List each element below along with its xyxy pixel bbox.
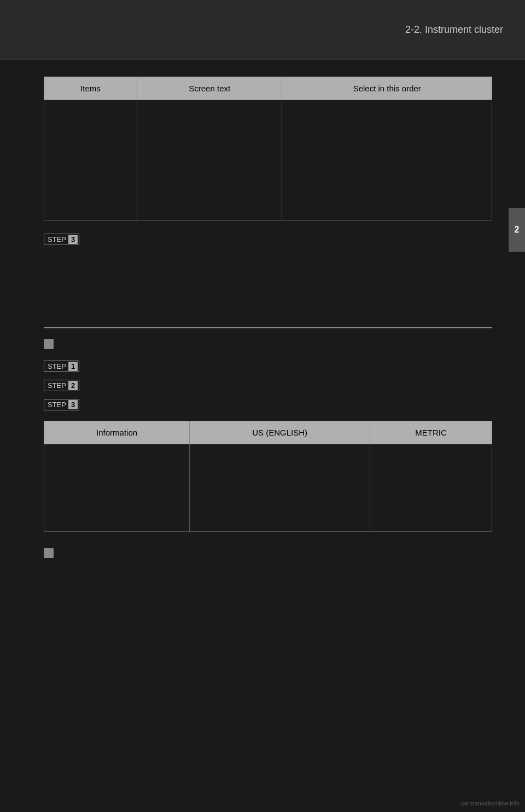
step1-row: STEP 1 [44, 358, 492, 374]
step1-badge: STEP 1 [44, 361, 79, 372]
step2-badge: STEP 2 [44, 380, 79, 391]
step3b-label: STEP [45, 400, 68, 409]
step1-label: STEP [45, 362, 68, 371]
page-header: 2-2. Instrument cluster [0, 0, 525, 60]
section-marker-1 [44, 339, 54, 349]
step3b-badge: STEP 3 [44, 399, 79, 410]
watermark: carmanualsonline.info [461, 800, 520, 807]
col-select-order: Select in this order [282, 77, 492, 100]
table-row [44, 100, 492, 221]
step3-label: STEP [45, 235, 68, 244]
col-items: Items [44, 77, 137, 100]
sub-table-row [44, 444, 492, 532]
step1-number: 1 [68, 362, 78, 371]
step3-section: STEP 3 [44, 231, 492, 247]
step3-badge: STEP 3 [44, 234, 79, 245]
sub-cell-metric [370, 444, 492, 532]
step2-row: STEP 2 [44, 378, 492, 393]
step3-row: STEP 3 [44, 397, 492, 413]
cell-select-order [282, 100, 492, 221]
sub-cell-info [44, 444, 190, 532]
main-table: Items Screen text Select in this order [44, 77, 492, 221]
step3b-number: 3 [68, 400, 78, 409]
step3-description [44, 256, 492, 311]
section-divider [44, 327, 492, 328]
sub-col-us: US (ENGLISH) [190, 421, 370, 444]
section-marker-2 [44, 548, 54, 558]
col-screen-text: Screen text [137, 77, 282, 100]
section2-text [44, 570, 492, 679]
cell-screen-text [137, 100, 282, 221]
step2-number: 2 [68, 381, 78, 390]
sub-col-info: Information [44, 421, 190, 444]
sub-table: Information US (ENGLISH) METRIC [44, 421, 492, 532]
cell-items [44, 100, 137, 221]
section-2 [44, 548, 492, 679]
step2-label: STEP [45, 381, 68, 390]
header-title: 2-2. Instrument cluster [405, 24, 503, 36]
sub-col-metric: METRIC [370, 421, 492, 444]
step3-number: 3 [68, 235, 78, 244]
main-content: Items Screen text Select in this order S… [0, 60, 525, 704]
sub-cell-us [190, 444, 370, 532]
section-1: STEP 1 STEP 2 STEP 3 Information [44, 339, 492, 532]
